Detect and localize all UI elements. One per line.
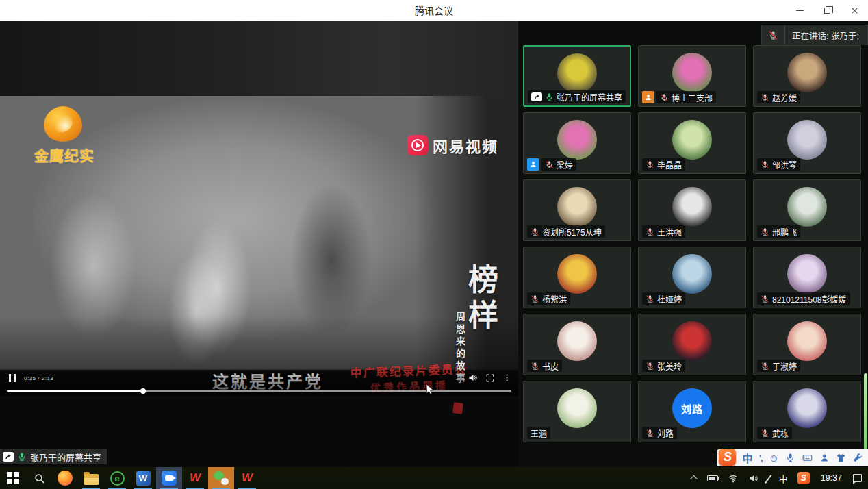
participant-namechip: 张美玲 <box>642 360 685 372</box>
avatar <box>672 321 712 361</box>
tray-volume[interactable] <box>745 467 762 489</box>
firefox-icon <box>58 471 73 486</box>
participant-nameline: 杜娅婷 <box>642 292 685 305</box>
participant-namechip: 王涵 <box>527 427 550 439</box>
role-badge-icon <box>642 91 654 103</box>
tray-expand-button[interactable] <box>689 467 701 489</box>
taskbar-wps-2[interactable]: W <box>234 467 260 489</box>
tray-pen[interactable] <box>765 467 773 489</box>
participant-nameline: 博士二支部 <box>642 91 716 103</box>
taskbar-file-explorer[interactable] <box>78 467 104 489</box>
taskbar-clock[interactable]: 19:37 <box>816 473 847 483</box>
participant-name: 毕晶晶 <box>657 159 682 171</box>
grid-scrollbar[interactable] <box>864 373 867 454</box>
ime-lang-toggle[interactable]: 中 <box>742 451 752 465</box>
mic-muted-icon <box>761 227 769 236</box>
ime-account-icon[interactable] <box>819 453 830 463</box>
participant-namechip: 张乃于的屏幕共享 <box>528 90 626 103</box>
participant-tile[interactable]: 书皮 <box>523 314 631 375</box>
participant-tile[interactable]: 82101211508彭媛媛 <box>753 247 861 308</box>
video-time: 0:35 / 2:13 <box>24 375 53 381</box>
participant-tile[interactable]: 于淑婷 <box>753 314 861 375</box>
taskbar-word[interactable]: W <box>130 467 156 489</box>
screen-share-icon <box>531 92 542 101</box>
taskbar-search-button[interactable] <box>26 467 52 489</box>
minimize-button[interactable] <box>786 0 813 21</box>
participant-tile[interactable]: 张乃于的屏幕共享 <box>523 45 631 107</box>
word-icon: W <box>136 471 151 486</box>
restore-button[interactable] <box>813 0 841 21</box>
mouse-cursor <box>426 384 435 395</box>
tray-ime-lang[interactable]: 中 <box>776 467 791 489</box>
taskbar-browser[interactable]: e <box>104 467 130 489</box>
tencent-meeting-icon <box>162 471 177 486</box>
participant-tile[interactable]: 邹洪琴 <box>753 112 861 174</box>
voice-input-icon[interactable] <box>785 453 795 463</box>
participant-nameline: 王洪强 <box>642 225 685 238</box>
mic-muted-icon <box>531 227 539 236</box>
search-icon <box>34 473 45 484</box>
fullscreen-icon[interactable] <box>485 373 495 383</box>
tray-network[interactable] <box>724 467 742 489</box>
participant-tile[interactable]: 杨紫洪 <box>523 247 631 308</box>
participant-nameline: 书皮 <box>527 360 562 372</box>
participant-tile[interactable]: 刘路 刘路 <box>638 381 746 442</box>
ime-punctuation-toggle[interactable]: ’, <box>758 453 762 463</box>
ime-skin-icon[interactable] <box>836 453 846 463</box>
participant-name: 博士二支部 <box>672 92 713 103</box>
ime-toolbox-icon[interactable] <box>852 453 863 463</box>
participant-tile[interactable]: 梁婷 <box>523 112 631 174</box>
action-center-button[interactable] <box>850 467 865 489</box>
participant-tile[interactable]: 赵芳媛 <box>753 45 861 107</box>
progress-knob[interactable] <box>140 388 146 394</box>
participant-tile[interactable]: 张美玲 <box>638 314 746 375</box>
participant-tile[interactable]: 杜娅婷 <box>638 247 746 308</box>
mic-muted-icon <box>761 294 769 303</box>
start-button[interactable] <box>0 467 26 489</box>
emoji-picker-icon[interactable]: ☺ <box>769 452 779 464</box>
taskbar-firefox[interactable] <box>52 467 78 489</box>
participant-tile[interactable]: 邢鹏飞 <box>753 179 861 241</box>
tray-battery[interactable] <box>704 467 722 489</box>
volume-icon[interactable] <box>468 373 478 383</box>
restore-icon <box>824 8 830 14</box>
avatar <box>557 53 597 93</box>
participant-tile[interactable]: 武栋 <box>753 381 861 442</box>
site-logo: 网易视频 <box>407 134 498 156</box>
taskbar-wechat[interactable] <box>208 467 234 489</box>
avatar <box>557 254 597 294</box>
participant-tile[interactable]: 毕晶晶 <box>638 112 746 174</box>
participant-namechip: 邹洪琴 <box>757 158 800 171</box>
wifi-icon <box>728 473 739 484</box>
participant-namechip: 杜娅婷 <box>642 292 685 305</box>
participant-tile[interactable]: 资划所5175从珅 <box>523 179 631 241</box>
mic-muted-icon <box>531 294 539 303</box>
soft-keyboard-icon[interactable] <box>802 453 813 463</box>
participant-nameline: 于淑婷 <box>757 360 800 372</box>
mic-muted-icon <box>531 362 539 371</box>
avatar <box>787 120 827 160</box>
mic-muted-icon <box>761 160 769 169</box>
ime-toolbar: S 中 ’, ☺ <box>717 449 868 466</box>
mic-muted-icon <box>646 362 654 371</box>
taskbar-wps-1[interactable]: W <box>182 467 208 489</box>
close-button[interactable] <box>841 0 868 21</box>
participant-name: 邢鹏飞 <box>772 226 797 238</box>
tray-sogou[interactable]: S <box>794 467 813 489</box>
pause-button[interactable] <box>9 374 16 382</box>
participant-grid: 张乃于的屏幕共享 博士二支部 赵芳媛 <box>523 45 861 442</box>
mic-muted-icon <box>646 429 654 438</box>
participant-namechip: 毕晶晶 <box>642 158 685 171</box>
titlebar: 腾讯会议 <box>0 0 868 21</box>
sogou-logo-icon[interactable]: S <box>719 449 736 466</box>
participant-tile[interactable]: 博士二支部 <box>638 45 746 107</box>
progress-bar[interactable] <box>7 390 511 392</box>
participant-nameline: 杨紫洪 <box>527 292 570 305</box>
participant-tile[interactable]: 王洪强 <box>638 179 746 241</box>
taskbar-tencent-meeting[interactable] <box>156 467 182 489</box>
participant-name: 梁婷 <box>557 159 573 171</box>
participant-namechip: 于淑婷 <box>757 360 800 372</box>
participant-tile[interactable]: 王涵 <box>523 381 631 442</box>
netease-play-icon <box>407 135 428 155</box>
more-options-icon[interactable] <box>502 373 511 382</box>
